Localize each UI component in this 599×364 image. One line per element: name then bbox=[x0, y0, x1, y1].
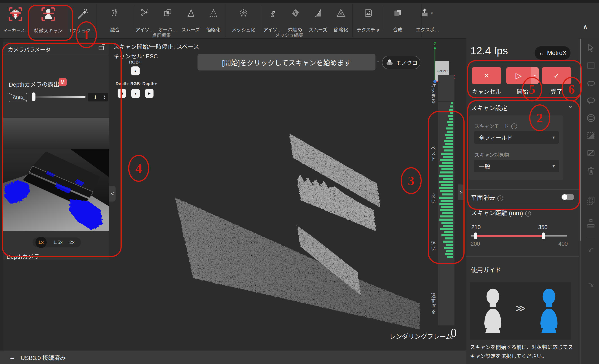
histogram-bar bbox=[444, 150, 453, 151]
ribbon-item-overlap[interactable]: オーバ… bbox=[155, 7, 180, 32]
keypad-depth-plus-button[interactable]: ▶ bbox=[145, 89, 153, 98]
scan-mode-dropdown[interactable]: 全フィールド ▾ bbox=[474, 131, 559, 144]
ribbon-item-composite[interactable]: 合成 bbox=[387, 7, 409, 32]
keypad-rgb-minus-button[interactable]: ▼ bbox=[131, 89, 140, 98]
ribbon-marker-scan-button[interactable]: マーカース… bbox=[3, 4, 28, 37]
distance-slider-handle-high[interactable] bbox=[542, 232, 545, 239]
composite-icon bbox=[393, 8, 403, 18]
distance-high-value: 350 bbox=[538, 224, 548, 231]
keypad-rgb-plus-button[interactable]: ▲ bbox=[131, 66, 140, 75]
histogram-expand-button[interactable]: > bbox=[458, 185, 464, 200]
manual-mode-badge[interactable]: M bbox=[59, 78, 67, 86]
clear-selection-icon[interactable] bbox=[586, 148, 596, 159]
ribbon-item-fusion[interactable]: 融合 bbox=[103, 7, 127, 32]
stamp-icon[interactable] bbox=[586, 218, 596, 229]
ribbon-item-smooth-mesh[interactable]: スムーズ bbox=[306, 7, 330, 32]
ribbon-one-click-button[interactable]: 1クリック… bbox=[69, 4, 96, 37]
exposure-slider-handle[interactable] bbox=[32, 92, 35, 101]
texture-icon bbox=[363, 8, 373, 18]
render-frames-value: 0 bbox=[451, 326, 457, 340]
info-icon[interactable]: i bbox=[511, 124, 517, 129]
invert-selection-icon[interactable] bbox=[586, 130, 596, 141]
zoom-1-5x-button[interactable]: 1.5x bbox=[53, 240, 63, 245]
start-button[interactable]: ▷ bbox=[506, 67, 531, 84]
undock-icon[interactable] bbox=[97, 43, 106, 52]
metrox-device-button[interactable]: ↔ MetroX bbox=[535, 46, 571, 60]
histogram-label-good: 良い bbox=[429, 194, 436, 204]
exposure-value-box[interactable]: 1 ▲ ▼ bbox=[88, 93, 108, 101]
ribbon-item-hole-fill[interactable]: 穴埋め bbox=[283, 7, 308, 32]
ribbon-collapse-button[interactable]: ∧ bbox=[579, 22, 592, 32]
sphere-select-icon[interactable] bbox=[586, 113, 596, 124]
zoom-1x-button[interactable]: 1x bbox=[35, 237, 47, 248]
zoom-2x-button[interactable]: 2x bbox=[69, 240, 74, 245]
spinner-up-icon[interactable]: ▲ bbox=[104, 95, 106, 97]
guide-note-line1: スキャンを開始する前に、対象物に応じてス bbox=[470, 343, 573, 351]
panel-divider bbox=[3, 55, 109, 55]
preview-zoom-control: 1x 1.5x 2x bbox=[33, 237, 81, 247]
ribbon-item-isolation-pc[interactable]: アイソ… bbox=[132, 7, 157, 32]
chevron-down-icon: ⌄ bbox=[533, 72, 537, 77]
ribbon-item-meshing[interactable]: メッシュ化 bbox=[231, 7, 256, 32]
distance-slider-handle-low[interactable] bbox=[474, 232, 477, 239]
panel-scrollbar-thumb[interactable] bbox=[580, 39, 581, 240]
panel-collapse-button[interactable]: < bbox=[109, 186, 115, 202]
ribbon-separator bbox=[97, 4, 97, 37]
ellipse-select-icon[interactable] bbox=[586, 95, 596, 106]
start-options-button[interactable]: ⌄ bbox=[531, 67, 539, 84]
scan-distance-label-text: スキャン距離 (mm) bbox=[471, 210, 523, 217]
scan-settings-collapse[interactable]: ⌄ bbox=[567, 101, 573, 109]
redo-icon[interactable] bbox=[586, 280, 596, 290]
histogram-bar bbox=[442, 162, 453, 164]
info-icon[interactable]: i bbox=[525, 211, 531, 217]
ribbon-group-label-mesh: メッシュ編集 bbox=[226, 31, 352, 38]
histogram-bar bbox=[440, 215, 453, 217]
chevron-left-icon: < bbox=[111, 191, 114, 197]
complete-button[interactable]: ✓ bbox=[542, 67, 571, 84]
scan-target-dropdown[interactable]: 一般 ▾ bbox=[474, 160, 559, 172]
color-mode-separator: - bbox=[377, 57, 381, 67]
arrows-lr-icon: ↔ bbox=[538, 49, 545, 57]
ribbon-item-texture[interactable]: テクスチャ bbox=[356, 7, 381, 32]
select-cursor-icon[interactable] bbox=[586, 43, 596, 53]
auto-exposure-button[interactable]: Auto bbox=[9, 93, 27, 102]
close-icon: ✕ bbox=[484, 72, 489, 80]
ribbon-item-label: 合成 bbox=[387, 26, 409, 33]
ribbon-item-export[interactable]: ▾ エクスポ… bbox=[415, 7, 440, 32]
ribbon-feature-scan-button[interactable]: 特徴スキャン bbox=[29, 4, 68, 37]
duplicate-icon[interactable] bbox=[586, 195, 596, 206]
rect-select-icon[interactable] bbox=[586, 60, 596, 71]
lasso-select-icon[interactable] bbox=[586, 78, 596, 89]
play-icon: ▷ bbox=[516, 71, 522, 80]
ribbon-item-simplify-pc[interactable]: 簡略化 bbox=[201, 7, 226, 32]
histogram-bar bbox=[443, 240, 453, 243]
monochrome-label: モノクロ bbox=[396, 59, 417, 66]
delete-icon[interactable] bbox=[586, 165, 596, 176]
histogram-bar bbox=[441, 206, 453, 208]
info-icon[interactable]: i bbox=[497, 195, 503, 201]
histogram-label-too-close: 近すぎる bbox=[429, 83, 436, 104]
overlap-icon bbox=[163, 8, 173, 18]
histogram-bar bbox=[441, 222, 453, 224]
simplify-mesh-icon bbox=[336, 8, 346, 18]
histogram-bar bbox=[439, 175, 453, 177]
exposure-slider-track[interactable] bbox=[32, 96, 86, 98]
ribbon-item-smooth-pc[interactable]: スムーズ bbox=[178, 7, 203, 32]
magic-wand-icon bbox=[75, 7, 89, 22]
histogram-bar bbox=[450, 106, 453, 107]
histogram-bar bbox=[441, 234, 453, 236]
ribbon-item-isolation-mesh[interactable]: アイソ… bbox=[260, 7, 285, 32]
keypad-depth-minus-button[interactable]: ◀ bbox=[118, 89, 126, 98]
value-spinner[interactable]: ▲ ▼ bbox=[102, 93, 107, 101]
histogram-bar bbox=[449, 118, 453, 120]
undo-icon[interactable] bbox=[586, 245, 596, 255]
histogram-bar bbox=[442, 212, 453, 214]
spinner-down-icon[interactable]: ▼ bbox=[104, 97, 106, 100]
histogram-bar bbox=[446, 137, 453, 139]
ribbon-item-simplify-mesh[interactable]: 簡略化 bbox=[329, 7, 353, 32]
cancel-button[interactable]: ✕ bbox=[472, 67, 501, 84]
plane-removal-label: 平面消去i bbox=[471, 193, 503, 202]
monochrome-toggle-button[interactable]: モノクロ bbox=[382, 56, 420, 69]
smooth-points-icon bbox=[185, 8, 195, 18]
plane-removal-toggle[interactable] bbox=[562, 194, 574, 200]
